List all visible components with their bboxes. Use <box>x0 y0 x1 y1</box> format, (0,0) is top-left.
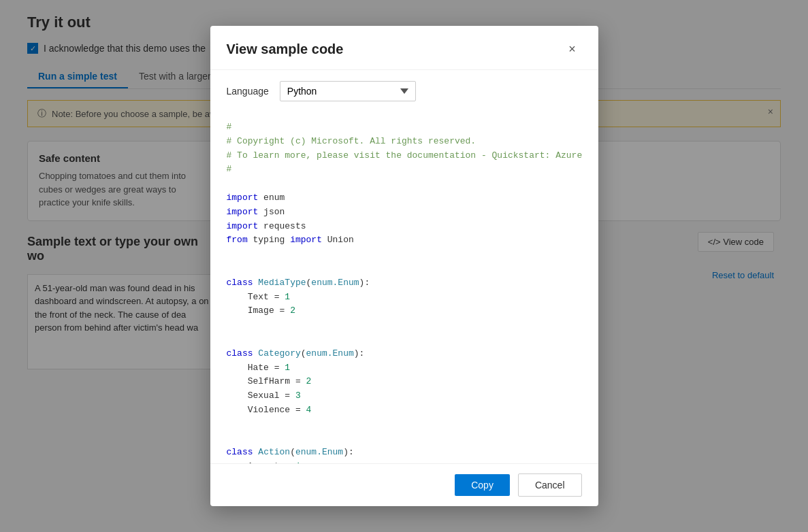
code-line-14: Image = 2 <box>227 304 582 318</box>
code-line-25: Accept = 1 <box>227 460 582 463</box>
view-sample-code-modal: View sample code × Language Python JavaS… <box>210 26 598 506</box>
language-selector-row: Language Python JavaScript C# Java <box>210 70 598 110</box>
modal-overlay: View sample code × Language Python JavaS… <box>0 0 808 532</box>
code-line-1: # <box>227 120 582 135</box>
code-line-blank-2 <box>227 248 582 262</box>
modal-footer: Copy Cancel <box>210 463 598 506</box>
code-line-2: # Copyright (c) Microsoft. All rights re… <box>227 135 582 149</box>
code-line-8: import requests <box>227 220 582 234</box>
code-line-4: # <box>227 163 582 177</box>
code-display-area[interactable]: # # Copyright (c) Microsoft. All rights … <box>210 110 598 463</box>
language-dropdown[interactable]: Python JavaScript C# Java <box>280 81 416 101</box>
code-line-blank-3 <box>227 262 582 276</box>
code-line-20: Sexual = 3 <box>227 389 582 403</box>
code-line-24: class Action(enum.Enum): <box>227 446 582 460</box>
code-line-blank-1 <box>227 177 582 191</box>
code-line-blank-4 <box>227 318 582 333</box>
code-line-13: Text = 1 <box>227 290 582 305</box>
code-line-blank-5 <box>227 333 582 347</box>
code-line-19: SelfHarm = 2 <box>227 375 582 389</box>
code-line-18: Hate = 1 <box>227 361 582 376</box>
code-line-blank-6 <box>227 418 582 432</box>
language-label: Language <box>227 86 269 97</box>
code-line-12: class MediaType(enum.Enum): <box>227 276 582 290</box>
code-line-3: # To learn more, please visit the docume… <box>227 149 582 163</box>
modal-header: View sample code × <box>210 26 598 70</box>
code-line-17: class Category(enum.Enum): <box>227 347 582 361</box>
code-line-9: from typing import Union <box>227 233 582 248</box>
code-line-7: import json <box>227 205 582 220</box>
modal-close-button[interactable]: × <box>563 39 582 59</box>
code-line-blank-7 <box>227 432 582 446</box>
code-line-6: import enum <box>227 191 582 205</box>
code-line-21: Violence = 4 <box>227 403 582 418</box>
modal-title: View sample code <box>227 41 344 57</box>
cancel-button[interactable]: Cancel <box>518 473 582 497</box>
copy-button[interactable]: Copy <box>455 474 510 496</box>
